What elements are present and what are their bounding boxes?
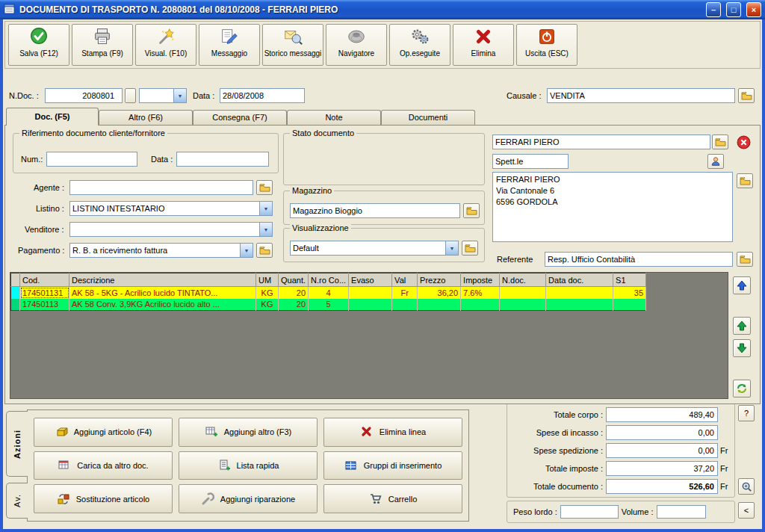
gruppi-di-inserimento-button[interactable]: Gruppi di inserimento (323, 451, 462, 480)
grid-cell-ndoc[interactable] (500, 287, 546, 299)
salva-button[interactable]: Salva (F12) (8, 24, 69, 66)
referente-field[interactable]: Resp. Ufficio Contabilità (545, 252, 733, 267)
sostituzione-articolo-button[interactable]: Sostituzione articolo (34, 484, 173, 513)
volume-field[interactable] (657, 505, 706, 519)
scroll-top-button[interactable] (733, 276, 751, 294)
grid-cell-quant[interactable]: 20 (279, 299, 309, 311)
pagamento-combo[interactable]: R. B. a ricevimento fattura (69, 243, 253, 258)
cliente-field[interactable]: FERRARI PIERO (492, 134, 710, 149)
listino-combo[interactable]: LISTINO INTESTATARIO (69, 201, 273, 216)
tab-avanzate[interactable]: Av. (6, 483, 28, 519)
carica-da-altro-doc-button[interactable]: Carica da altro doc. (34, 451, 173, 480)
chevron-down-icon[interactable] (240, 244, 253, 257)
grid-cell-prezzo[interactable]: 36,20 (418, 287, 461, 299)
zoom-totals-button[interactable] (738, 478, 755, 495)
pagamento-folder-button[interactable] (256, 243, 273, 258)
visualizzazione-folder-button[interactable] (462, 241, 478, 256)
grid-cell-val[interactable] (392, 299, 418, 311)
spese-incasso-field[interactable]: 0,00 (606, 425, 718, 440)
grid-header-prezzo[interactable]: Prezzo (418, 273, 461, 287)
visualizzazione-combo[interactable]: Default (290, 241, 459, 256)
elimina-linea-button[interactable]: Elimina linea (323, 418, 462, 447)
grid-cell-val[interactable]: Fr (392, 287, 418, 299)
grid-cell-nro[interactable]: 5 (309, 299, 349, 311)
move-line-up-button[interactable] (733, 317, 751, 335)
operazioni-eseguite-button[interactable]: Op.eseguite (389, 24, 450, 66)
grid-header-evaso[interactable]: Evaso (349, 273, 392, 287)
causale-field[interactable]: VENDITA (547, 88, 735, 103)
title-bar[interactable]: DOCUMENTO DI TRASPORTO N. 2080801 del 08… (0, 0, 765, 19)
grid-row-1[interactable]: 174501131 AK 58 - 5KG - Acrilico lucido … (11, 287, 646, 299)
ndoc-lookup-button[interactable] (125, 88, 136, 103)
doc-type-combo[interactable] (139, 88, 187, 103)
address-folder-button[interactable] (737, 173, 753, 188)
grid-header-descrizione[interactable]: Descrizione (69, 273, 256, 287)
address-box[interactable]: FERRARI PIERO Via Cantonale 6 6596 GORDO… (492, 172, 733, 242)
grid-cell-descrizione[interactable]: AK 58 - 5KG - Acrilico lucido TINTATO... (69, 287, 256, 299)
grid-cell-cod[interactable]: 17450113 (20, 299, 69, 311)
totale-documento-field[interactable]: 526,60 (606, 479, 718, 494)
grid-cell-ndoc[interactable] (500, 299, 546, 311)
agente-folder-button[interactable] (256, 180, 273, 195)
totale-corpo-field[interactable]: 489,40 (606, 407, 718, 422)
chevron-down-icon[interactable] (259, 223, 272, 236)
grid-cell-datadoc[interactable] (546, 299, 613, 311)
recalculate-button[interactable] (733, 380, 751, 398)
tab-azioni[interactable]: Azioni (6, 411, 28, 477)
ndoc-field[interactable]: 2080801 (45, 88, 123, 103)
grid-header-datadoc[interactable]: Data doc. (546, 273, 613, 287)
grid-cell-descrizione[interactable]: AK 58 Conv. 3,9KG Acrilico lucido alto .… (69, 299, 256, 311)
cliente-folder-button[interactable] (712, 134, 728, 149)
data-field[interactable]: 28/08/2008 (220, 88, 305, 103)
agente-field[interactable] (69, 180, 253, 195)
carrello-button[interactable]: Carrello (323, 484, 462, 513)
causale-folder-button[interactable] (738, 88, 755, 103)
grid-header-s1[interactable]: S1 (613, 273, 646, 287)
grid-cell-s1[interactable]: 35 (613, 287, 646, 299)
uscita-button[interactable]: Uscita (ESC) (516, 24, 577, 66)
magazzino-folder-button[interactable] (463, 203, 480, 218)
tab-consegna[interactable]: Consegna (F7) (193, 110, 287, 125)
tab-doc[interactable]: Doc. (F5) (6, 108, 99, 126)
grid-cell-s1[interactable] (613, 299, 646, 311)
totale-imposte-field[interactable]: 37,20 (606, 461, 718, 476)
spese-spedizione-field[interactable]: 0,00 (606, 443, 718, 458)
rif-num-field[interactable] (46, 152, 137, 167)
tab-altro[interactable]: Altro (F6) (99, 110, 193, 125)
elimina-button[interactable]: Elimina (453, 24, 514, 66)
grid-header-cod[interactable]: Cod. (20, 273, 69, 287)
close-button[interactable]: × (746, 2, 761, 17)
peso-lordo-field[interactable] (560, 505, 619, 519)
collapse-panel-button[interactable]: < (738, 502, 755, 519)
grid-cell-quant[interactable]: 20 (279, 287, 309, 299)
visualizza-button[interactable]: Visual. (F10) (135, 24, 196, 66)
grid-cell-datadoc[interactable] (546, 287, 613, 299)
help-button[interactable]: ? (738, 405, 755, 421)
aggiungi-altro-button[interactable]: Aggiungi altro (F3) (179, 418, 318, 447)
grid-cell-um[interactable]: KG (256, 287, 279, 299)
referente-folder-button[interactable] (737, 252, 753, 267)
chevron-down-icon[interactable] (173, 89, 186, 102)
grid-header-nro[interactable]: N.ro Co... (309, 273, 349, 287)
grid-cell-nro[interactable]: 4 (309, 287, 349, 299)
grid-cell-um[interactable]: KG (256, 299, 279, 311)
minimize-button[interactable]: – (706, 2, 721, 17)
grid-cell-imposte[interactable] (461, 299, 500, 311)
storico-messaggi-button[interactable]: Storico messaggi (262, 24, 323, 66)
grid-cell-evaso[interactable] (349, 287, 392, 299)
aggiungi-riparazione-button[interactable]: Aggiungi riparazione (179, 484, 318, 513)
aggiungi-articolo-button[interactable]: Aggiungi articolo (F4) (34, 418, 173, 447)
contact-person-button[interactable] (707, 154, 724, 169)
grid-header-imposte[interactable]: Imposte (461, 273, 500, 287)
grid-row-2[interactable]: 17450113 AK 58 Conv. 3,9KG Acrilico luci… (11, 299, 646, 311)
tab-documenti[interactable]: Documenti (381, 110, 475, 125)
grid-cell-prezzo[interactable] (418, 299, 461, 311)
lista-rapida-button[interactable]: Lista rapida (179, 451, 318, 480)
stampa-button[interactable]: Stampa (F9) (72, 24, 133, 66)
cliente-clear-button[interactable] (734, 134, 752, 149)
spettle-field[interactable]: Spett.le (492, 154, 569, 169)
magazzino-field[interactable]: Magazzino Bioggio (290, 203, 460, 218)
grid-header-um[interactable]: UM (256, 273, 279, 287)
grid-cell-imposte[interactable]: 7.6% (461, 287, 500, 299)
chevron-down-icon[interactable] (445, 241, 458, 255)
